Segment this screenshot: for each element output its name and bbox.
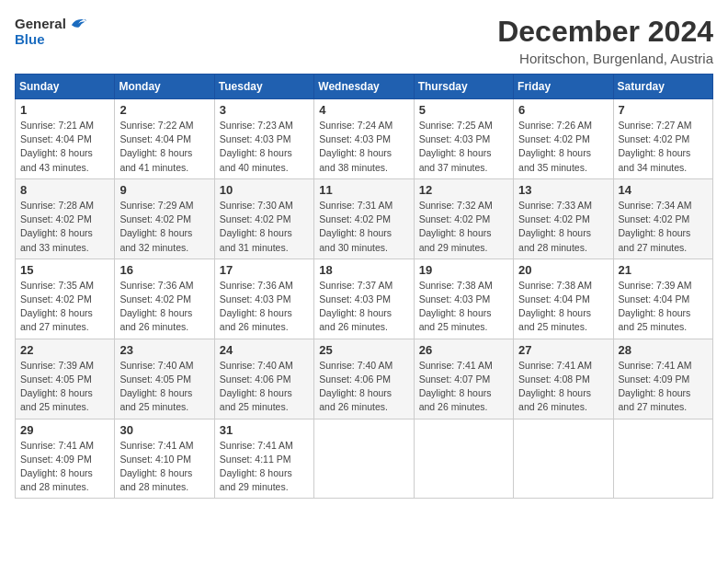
day-info: Sunrise: 7:22 AMSunset: 4:04 PMDaylight:… bbox=[119, 119, 209, 175]
day-info: Sunrise: 7:41 AMSunset: 4:09 PMDaylight:… bbox=[619, 359, 708, 415]
day-number: 7 bbox=[619, 103, 708, 117]
col-saturday: Saturday bbox=[613, 75, 712, 99]
day-info: Sunrise: 7:40 AMSunset: 4:06 PMDaylight:… bbox=[319, 359, 408, 415]
day-info: Sunrise: 7:41 AMSunset: 4:11 PMDaylight:… bbox=[220, 439, 309, 495]
day-info: Sunrise: 7:38 AMSunset: 4:03 PMDaylight:… bbox=[419, 279, 508, 335]
day-info: Sunrise: 7:27 AMSunset: 4:02 PMDaylight:… bbox=[619, 119, 708, 175]
calendar-row: 15 Sunrise: 7:35 AMSunset: 4:02 PMDaylig… bbox=[16, 259, 713, 339]
day-info: Sunrise: 7:39 AMSunset: 4:05 PMDaylight:… bbox=[20, 359, 109, 415]
calendar-cell: 15 Sunrise: 7:35 AMSunset: 4:02 PMDaylig… bbox=[16, 259, 115, 339]
day-info: Sunrise: 7:21 AMSunset: 4:04 PMDaylight:… bbox=[20, 119, 109, 175]
day-info: Sunrise: 7:38 AMSunset: 4:04 PMDaylight:… bbox=[518, 279, 608, 335]
calendar-cell: 13 Sunrise: 7:33 AMSunset: 4:02 PMDaylig… bbox=[514, 178, 613, 259]
col-monday: Monday bbox=[115, 75, 214, 99]
day-number: 8 bbox=[20, 183, 109, 197]
day-number: 17 bbox=[220, 263, 309, 277]
calendar-cell: 27 Sunrise: 7:41 AMSunset: 4:08 PMDaylig… bbox=[514, 339, 613, 419]
day-info: Sunrise: 7:36 AMSunset: 4:02 PMDaylight:… bbox=[119, 279, 209, 335]
day-number: 9 bbox=[119, 183, 209, 197]
calendar-cell: 30 Sunrise: 7:41 AMSunset: 4:10 PMDaylig… bbox=[115, 419, 214, 499]
calendar-cell: 8 Sunrise: 7:28 AMSunset: 4:02 PMDayligh… bbox=[16, 178, 115, 259]
day-info: Sunrise: 7:35 AMSunset: 4:02 PMDaylight:… bbox=[20, 279, 109, 335]
calendar-cell: 22 Sunrise: 7:39 AMSunset: 4:05 PMDaylig… bbox=[16, 339, 115, 419]
day-info: Sunrise: 7:41 AMSunset: 4:07 PMDaylight:… bbox=[419, 359, 508, 415]
calendar-header-row: Sunday Monday Tuesday Wednesday Thursday… bbox=[16, 75, 713, 99]
calendar-cell bbox=[314, 419, 414, 499]
logo-general: General bbox=[15, 16, 66, 31]
day-number: 10 bbox=[220, 183, 309, 197]
day-number: 31 bbox=[220, 423, 309, 437]
col-thursday: Thursday bbox=[414, 75, 513, 99]
calendar-cell bbox=[414, 419, 513, 499]
page-header: General Blue December 2024 Horitschon, B… bbox=[15, 15, 713, 66]
day-info: Sunrise: 7:39 AMSunset: 4:04 PMDaylight:… bbox=[619, 279, 708, 335]
day-info: Sunrise: 7:26 AMSunset: 4:02 PMDaylight:… bbox=[518, 119, 608, 175]
day-number: 24 bbox=[220, 343, 309, 357]
day-info: Sunrise: 7:41 AMSunset: 4:08 PMDaylight:… bbox=[518, 359, 608, 415]
day-info: Sunrise: 7:33 AMSunset: 4:02 PMDaylight:… bbox=[518, 199, 608, 255]
day-number: 22 bbox=[20, 343, 109, 357]
day-number: 21 bbox=[619, 263, 708, 277]
day-info: Sunrise: 7:30 AMSunset: 4:02 PMDaylight:… bbox=[220, 199, 309, 255]
day-info: Sunrise: 7:25 AMSunset: 4:03 PMDaylight:… bbox=[419, 119, 508, 175]
day-info: Sunrise: 7:34 AMSunset: 4:02 PMDaylight:… bbox=[619, 199, 708, 255]
day-number: 29 bbox=[20, 423, 109, 437]
day-info: Sunrise: 7:29 AMSunset: 4:02 PMDaylight:… bbox=[119, 199, 209, 255]
calendar-cell: 7 Sunrise: 7:27 AMSunset: 4:02 PMDayligh… bbox=[613, 99, 712, 179]
day-number: 19 bbox=[419, 263, 508, 277]
calendar-cell: 1 Sunrise: 7:21 AMSunset: 4:04 PMDayligh… bbox=[16, 99, 115, 179]
calendar-cell: 19 Sunrise: 7:38 AMSunset: 4:03 PMDaylig… bbox=[414, 259, 513, 339]
day-number: 16 bbox=[119, 263, 209, 277]
col-tuesday: Tuesday bbox=[214, 75, 313, 99]
day-number: 26 bbox=[419, 343, 508, 357]
logo-blue: Blue bbox=[15, 31, 45, 47]
day-info: Sunrise: 7:40 AMSunset: 4:05 PMDaylight:… bbox=[119, 359, 209, 415]
day-info: Sunrise: 7:24 AMSunset: 4:03 PMDaylight:… bbox=[319, 119, 408, 175]
calendar-cell: 11 Sunrise: 7:31 AMSunset: 4:02 PMDaylig… bbox=[314, 178, 414, 259]
calendar-cell: 20 Sunrise: 7:38 AMSunset: 4:04 PMDaylig… bbox=[514, 259, 613, 339]
calendar-cell: 23 Sunrise: 7:40 AMSunset: 4:05 PMDaylig… bbox=[115, 339, 214, 419]
calendar-cell: 9 Sunrise: 7:29 AMSunset: 4:02 PMDayligh… bbox=[115, 178, 214, 259]
day-number: 27 bbox=[518, 343, 608, 357]
col-friday: Friday bbox=[514, 75, 613, 99]
title-block: December 2024 Horitschon, Burgenland, Au… bbox=[497, 15, 713, 66]
day-info: Sunrise: 7:31 AMSunset: 4:02 PMDaylight:… bbox=[319, 199, 408, 255]
col-sunday: Sunday bbox=[16, 75, 115, 99]
day-number: 4 bbox=[319, 103, 408, 117]
day-info: Sunrise: 7:23 AMSunset: 4:03 PMDaylight:… bbox=[220, 119, 309, 175]
calendar-cell: 4 Sunrise: 7:24 AMSunset: 4:03 PMDayligh… bbox=[314, 99, 414, 179]
day-number: 1 bbox=[20, 103, 109, 117]
day-info: Sunrise: 7:41 AMSunset: 4:10 PMDaylight:… bbox=[119, 439, 209, 495]
month-title: December 2024 bbox=[497, 15, 713, 49]
day-number: 23 bbox=[119, 343, 209, 357]
day-number: 3 bbox=[220, 103, 309, 117]
calendar-table: Sunday Monday Tuesday Wednesday Thursday… bbox=[15, 74, 713, 499]
calendar-row: 22 Sunrise: 7:39 AMSunset: 4:05 PMDaylig… bbox=[16, 339, 713, 419]
day-info: Sunrise: 7:36 AMSunset: 4:03 PMDaylight:… bbox=[220, 279, 309, 335]
day-info: Sunrise: 7:41 AMSunset: 4:09 PMDaylight:… bbox=[20, 439, 109, 495]
calendar-cell: 21 Sunrise: 7:39 AMSunset: 4:04 PMDaylig… bbox=[613, 259, 712, 339]
calendar-cell: 12 Sunrise: 7:32 AMSunset: 4:02 PMDaylig… bbox=[414, 178, 513, 259]
day-number: 6 bbox=[518, 103, 608, 117]
calendar-cell: 5 Sunrise: 7:25 AMSunset: 4:03 PMDayligh… bbox=[414, 99, 513, 179]
logo: General Blue bbox=[15, 15, 86, 47]
calendar-cell: 28 Sunrise: 7:41 AMSunset: 4:09 PMDaylig… bbox=[613, 339, 712, 419]
calendar-row: 1 Sunrise: 7:21 AMSunset: 4:04 PMDayligh… bbox=[16, 99, 713, 179]
day-number: 15 bbox=[20, 263, 109, 277]
calendar-cell: 16 Sunrise: 7:36 AMSunset: 4:02 PMDaylig… bbox=[115, 259, 214, 339]
day-info: Sunrise: 7:32 AMSunset: 4:02 PMDaylight:… bbox=[419, 199, 508, 255]
calendar-cell: 29 Sunrise: 7:41 AMSunset: 4:09 PMDaylig… bbox=[16, 419, 115, 499]
calendar-cell: 3 Sunrise: 7:23 AMSunset: 4:03 PMDayligh… bbox=[214, 99, 313, 179]
calendar-row: 8 Sunrise: 7:28 AMSunset: 4:02 PMDayligh… bbox=[16, 178, 713, 259]
day-info: Sunrise: 7:37 AMSunset: 4:03 PMDaylight:… bbox=[319, 279, 408, 335]
day-number: 13 bbox=[518, 183, 608, 197]
calendar-cell: 6 Sunrise: 7:26 AMSunset: 4:02 PMDayligh… bbox=[514, 99, 613, 179]
day-number: 25 bbox=[319, 343, 408, 357]
logo-bird-icon bbox=[66, 15, 86, 31]
calendar-cell: 25 Sunrise: 7:40 AMSunset: 4:06 PMDaylig… bbox=[314, 339, 414, 419]
calendar-cell: 14 Sunrise: 7:34 AMSunset: 4:02 PMDaylig… bbox=[613, 178, 712, 259]
calendar-cell: 24 Sunrise: 7:40 AMSunset: 4:06 PMDaylig… bbox=[214, 339, 313, 419]
day-number: 28 bbox=[619, 343, 708, 357]
location-title: Horitschon, Burgenland, Austria bbox=[497, 51, 713, 66]
calendar-row: 29 Sunrise: 7:41 AMSunset: 4:09 PMDaylig… bbox=[16, 419, 713, 499]
